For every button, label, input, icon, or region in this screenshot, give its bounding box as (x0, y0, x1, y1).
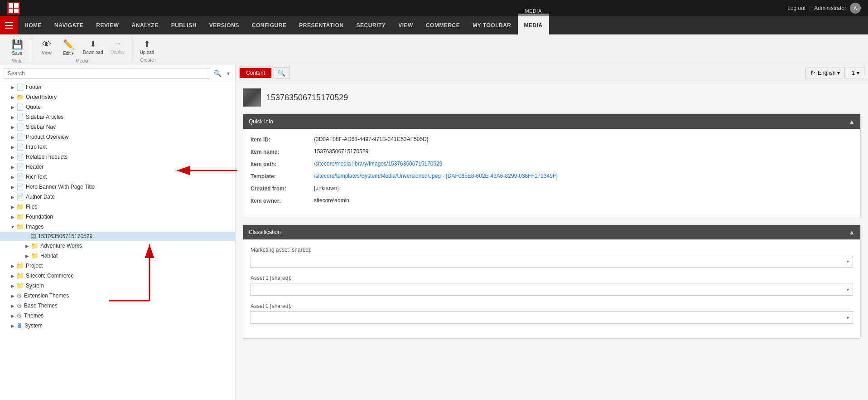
tree-toggle-extension-themes[interactable]: ▶ (9, 293, 16, 298)
tree-toggle-related-products[interactable]: ▶ (9, 155, 16, 160)
tree-item-footer[interactable]: ▶ 📄 Footer (0, 82, 235, 92)
tree-toggle-quote[interactable]: ▶ (9, 105, 16, 110)
tree-item-images[interactable]: ▼ 📁 Images (0, 222, 235, 232)
tree-item-foundation[interactable]: ▶ 📁 Foundation (0, 212, 235, 222)
tree-item-base-themes[interactable]: ▶ ⚙ Base Themes (0, 301, 235, 311)
upload-label: Upload (140, 50, 154, 55)
tree-item-author-date[interactable]: ▶ 📄 Author Date (0, 192, 235, 202)
search-icon[interactable]: 🔍 (212, 69, 223, 78)
logout-link[interactable]: Log out (787, 5, 805, 11)
upload-button[interactable]: ⬆ Upload (137, 37, 157, 57)
tree-item-files[interactable]: ▶ 📁 Files (0, 202, 235, 212)
nav-item-publish[interactable]: PUBLISH (165, 16, 203, 34)
classification-content: Marketing asset [shared]: ▾ Asset 1 [sha… (243, 239, 860, 338)
tree-item-project[interactable]: ▶ 📁 Project (0, 261, 235, 271)
tree-toggle-sidebar-articles[interactable]: ▶ (9, 115, 16, 120)
tree-item-related-products[interactable]: ▶ 📄 Related Products (0, 152, 235, 162)
nav-item-review[interactable]: REVIEW (90, 16, 125, 34)
write-group-label: Write (7, 59, 27, 63)
tree-toggle-intro-text[interactable]: ▶ (9, 145, 16, 150)
tree-item-header[interactable]: ▶ 📄 Header (0, 162, 235, 172)
tree-toggle-richtext[interactable]: ▶ (9, 175, 16, 180)
nav-item-presentation[interactable]: PRESENTATION (293, 16, 350, 34)
language-button[interactable]: 🏳 English ▾ (805, 68, 845, 78)
nav-item-versions[interactable]: VERSIONS (203, 16, 246, 34)
tree-toggle-footer[interactable]: ▶ (9, 85, 16, 90)
tree-item-sitecore-commerce[interactable]: ▶ 📁 Sitecore Commerce (0, 271, 235, 281)
field-label-item-path: Item path: (251, 161, 314, 167)
folder-icon-6: 📁 (31, 252, 39, 259)
classification-section: Classification ▲ Marketing asset [shared… (243, 224, 861, 339)
page-icon: 📄 (16, 83, 24, 91)
field-value-item-name: 153763506715170529 (314, 148, 853, 155)
tree-toggle-project[interactable]: ▶ (9, 263, 16, 268)
tree-item-system-item[interactable]: ▶ 📁 System (0, 281, 235, 291)
tree-toggle-product-overview[interactable]: ▶ (9, 135, 16, 140)
asset2-dropdown[interactable]: ▾ (251, 311, 853, 324)
tree-toggle-foundation[interactable]: ▶ (9, 215, 16, 220)
content-tab-button[interactable]: Content (239, 68, 272, 78)
tree-item-hero-banner[interactable]: ▶ 📄 Hero Banner With Page Title (0, 182, 235, 192)
edit-button[interactable]: ✏️ Edit ▾ (58, 37, 78, 58)
tree-item-quote[interactable]: ▶ 📄 Quote (0, 102, 235, 112)
tree-label-files: Files (26, 204, 37, 210)
deploy-button[interactable]: → Deploy (107, 37, 127, 58)
quick-info-section: Quick Info ▲ Item ID: {3D0AF08F-AD68-449… (243, 114, 861, 217)
nav-item-home[interactable]: HOME (18, 16, 48, 34)
avatar: A (850, 3, 861, 14)
tree-toggle-system-item[interactable]: ▶ (9, 283, 16, 288)
nav-item-analyze[interactable]: ANALYZE (125, 16, 165, 34)
nav-item-security[interactable]: SECURITY (350, 16, 392, 34)
tree-toggle-themes[interactable]: ▶ (9, 313, 16, 318)
tree-item-system-bottom[interactable]: ▶ 🖥 System (0, 321, 235, 331)
tree-item-themes[interactable]: ▶ ⚙ Themes (0, 311, 235, 321)
search-dropdown-icon[interactable]: ▾ (225, 69, 231, 78)
classification-header[interactable]: Classification ▲ (243, 225, 860, 239)
tree-item-richtext[interactable]: ▶ 📄 RichText (0, 172, 235, 182)
version-button[interactable]: 1 ▾ (847, 68, 864, 78)
tree-toggle-system-bottom[interactable]: ▶ (9, 323, 16, 328)
asset1-dropdown[interactable]: ▾ (251, 283, 853, 296)
tree-toggle-header[interactable]: ▶ (9, 165, 16, 170)
nav-item-my-toolbar[interactable]: MY TOOLBAR (466, 16, 517, 34)
tree-toggle-hero-banner[interactable]: ▶ (9, 185, 16, 190)
nav-item-navigate[interactable]: NAVIGATE (48, 16, 90, 34)
tree-toggle-sitecore-commerce[interactable]: ▶ (9, 273, 16, 278)
tree-item-orderhistory[interactable]: ▶ 📁 OrderHistory (0, 92, 235, 102)
tree-toggle-images[interactable]: ▼ (9, 224, 16, 229)
search-tab-button[interactable]: 🔍 (274, 67, 289, 79)
tree-toggle-habitat[interactable]: ▶ (24, 254, 31, 259)
tree-item-sidebar-articles[interactable]: ▶ 📄 Sidebar Articles (0, 112, 235, 122)
tree-label-hero-banner: Hero Banner With Page Title (26, 184, 95, 190)
download-button[interactable]: ⬇ Download (80, 37, 106, 58)
quick-info-header[interactable]: Quick Info ▲ (243, 114, 860, 129)
tree-item-adventure-works[interactable]: ▶ 📁 Adventure Works (0, 241, 235, 251)
nav-item-view[interactable]: VIEW (392, 16, 420, 34)
app-logo[interactable] (7, 2, 20, 15)
tree-toggle-adventure-works[interactable]: ▶ (24, 244, 31, 249)
tree-label-images: Images (26, 224, 43, 230)
tree-item-153763506715170529[interactable]: ▶ 🖼 153763506715170529 (0, 232, 235, 241)
tree-toggle-files[interactable]: ▶ (9, 205, 16, 210)
tree-item-intro-text[interactable]: ▶ 📄 IntroText (0, 142, 235, 152)
save-button[interactable]: 💾 Save (7, 37, 27, 58)
nav-item-commerce[interactable]: COMMERCE (420, 16, 466, 34)
tree-item-sidebar-nav[interactable]: ▶ 📄 Sidebar Nav (0, 122, 235, 132)
tree-label-sidebar-nav: Sidebar Nav (26, 124, 56, 130)
search-input[interactable] (4, 68, 210, 79)
nav-item-configure[interactable]: CONFIGURE (246, 16, 293, 34)
nav-item-media[interactable]: Media MEDIA (518, 16, 549, 34)
tree-item-extension-themes[interactable]: ▶ ⚙ Extension Themes (0, 291, 235, 301)
classification-collapse-icon: ▲ (849, 229, 855, 236)
tree-toggle-base-themes[interactable]: ▶ (9, 303, 16, 308)
view-button[interactable]: 👁 View (37, 37, 57, 58)
tree-item-habitat[interactable]: ▶ 📁 Habitat (0, 251, 235, 261)
hamburger-menu-button[interactable] (0, 16, 18, 34)
marketing-asset-dropdown[interactable]: ▾ (251, 255, 853, 268)
tree-item-product-overview[interactable]: ▶ 📄 Product Overview (0, 132, 235, 142)
page-icon-6: 📄 (16, 143, 24, 151)
tree-toggle-author-date[interactable]: ▶ (9, 195, 16, 200)
tree-toggle-orderhistory[interactable]: ▶ (9, 95, 16, 100)
tree-label-richtext: RichText (26, 174, 47, 180)
tree-toggle-sidebar-nav[interactable]: ▶ (9, 125, 16, 130)
